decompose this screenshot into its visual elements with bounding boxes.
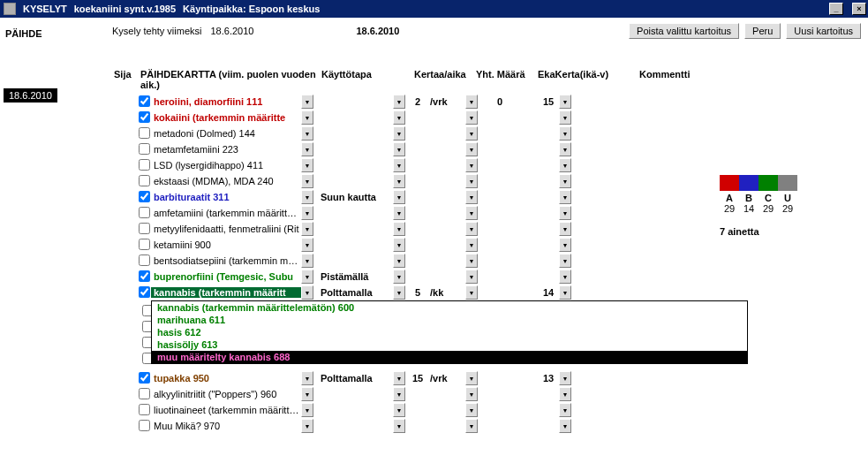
per-dropdown-icon[interactable]: ▼ [465,419,478,433]
dropdown-option[interactable]: marihuana 611 [152,314,747,326]
firsttime-dropdown-icon[interactable]: ▼ [559,190,571,204]
substance-name[interactable]: kokaiini (tarkemmin määritte [151,112,301,123]
firsttime-dropdown-icon[interactable]: ▼ [559,142,571,156]
dropdown-option[interactable]: hasisöljy 613 [152,338,747,351]
row-checkbox[interactable] [139,239,151,252]
substance-name[interactable]: heroiini, diamorfiini 111 [151,96,301,107]
per-dropdown-icon[interactable]: ▼ [465,126,478,141]
substance-name[interactable]: alkyylinitriitit ("Poppers") 960 [151,389,301,399]
usage-dropdown-icon[interactable]: ▼ [393,142,405,156]
per-dropdown-icon[interactable]: ▼ [465,285,478,300]
per-dropdown-icon[interactable]: ▼ [465,158,478,172]
row-checkbox[interactable] [139,270,151,284]
row-checkbox[interactable] [139,191,151,204]
new-mapping-button[interactable]: Uusi kartoitus [786,23,861,39]
row-checkbox[interactable] [139,404,151,417]
firsttime-dropdown-icon[interactable]: ▼ [559,419,571,433]
firsttime-dropdown-icon[interactable]: ▼ [559,126,571,141]
per-dropdown-icon[interactable]: ▼ [465,238,478,252]
firsttime-dropdown-icon[interactable]: ▼ [559,238,571,252]
minimize-button[interactable]: _ [829,3,843,15]
usage-dropdown-icon[interactable]: ▼ [393,419,405,433]
selected-date[interactable]: 18.6.2010 [4,88,57,103]
usage-dropdown-icon[interactable]: ▼ [393,95,405,109]
usage-dropdown-icon[interactable]: ▼ [393,254,405,268]
substance-dropdown-icon[interactable]: ▼ [301,403,313,417]
substance-name[interactable]: amfetamiini (tarkemmin määrittelem [151,208,301,218]
dropdown-option[interactable]: hasis 612 [152,326,747,338]
substance-name[interactable]: tupakka 950 [151,373,301,384]
substance-name[interactable]: metyylifenidaatti, fenmetraliini (Rit [151,224,301,234]
substance-dropdown-icon[interactable]: ▼ [301,174,313,188]
times-cell[interactable]: 15 [405,373,430,384]
firsttime-dropdown-icon[interactable]: ▼ [559,110,571,125]
usage-dropdown-icon[interactable]: ▼ [393,270,405,284]
close-button[interactable]: × [852,3,866,15]
per-dropdown-icon[interactable]: ▼ [465,403,478,417]
substance-name[interactable]: liuotinaineet (tarkemmin määrittele [151,405,301,415]
substance-dropdown-icon[interactable]: ▼ [301,222,313,236]
firsttime-cell[interactable]: 15 [522,96,559,107]
cancel-button[interactable]: Peru [744,23,781,39]
firsttime-dropdown-icon[interactable]: ▼ [559,387,571,401]
row-checkbox[interactable] [139,388,151,401]
usage-dropdown-icon[interactable]: ▼ [393,158,405,172]
substance-dropdown-icon[interactable]: ▼ [301,95,313,109]
substance-dropdown-icon[interactable]: ▼ [301,270,313,284]
firsttime-cell[interactable]: 13 [522,373,559,384]
row-checkbox[interactable] [139,372,151,385]
amount-cell[interactable]: 0 [478,96,522,107]
usage-dropdown-icon[interactable]: ▼ [393,110,405,125]
usage-dropdown-icon[interactable]: ▼ [393,126,405,141]
usage-dropdown-icon[interactable]: ▼ [393,403,405,417]
substance-name[interactable]: buprenorfiini (Temgesic, Subu [151,271,301,282]
firsttime-dropdown-icon[interactable]: ▼ [559,403,571,417]
firsttime-cell[interactable]: 14 [522,287,559,298]
per-dropdown-icon[interactable]: ▼ [465,142,478,156]
substance-dropdown-icon[interactable]: ▼ [301,254,313,268]
firsttime-dropdown-icon[interactable]: ▼ [559,158,571,172]
substance-name[interactable]: kannabis (tarkemmin määritt [151,287,301,298]
usage-dropdown-icon[interactable]: ▼ [393,222,405,236]
substance-dropdown-icon[interactable]: ▼ [301,158,313,172]
firsttime-dropdown-icon[interactable]: ▼ [559,254,571,268]
substance-dropdown-icon[interactable]: ▼ [301,142,313,156]
substance-name[interactable]: metamfetamiini 223 [151,144,301,155]
times-cell[interactable]: 2 [405,96,430,107]
firsttime-dropdown-icon[interactable]: ▼ [559,222,571,236]
per-dropdown-icon[interactable]: ▼ [465,222,478,236]
per-dropdown-icon[interactable]: ▼ [465,206,478,220]
firsttime-dropdown-icon[interactable]: ▼ [559,174,571,188]
substance-name[interactable]: ketamiini 900 [151,239,301,250]
row-checkbox[interactable] [139,286,151,300]
substance-name[interactable]: Muu Mikä? 970 [151,421,301,431]
firsttime-dropdown-icon[interactable]: ▼ [559,371,571,385]
substance-dropdown-icon[interactable]: ▼ [301,110,313,125]
times-cell[interactable]: 5 [405,287,430,298]
usage-dropdown-icon[interactable]: ▼ [393,206,405,220]
usage-dropdown-icon[interactable]: ▼ [393,285,405,300]
per-dropdown-icon[interactable]: ▼ [465,254,478,268]
substance-name[interactable]: barbituraatit 311 [151,192,301,202]
row-checkbox[interactable] [139,95,151,109]
dropdown-option[interactable]: kannabis (tarkemmin määrittelemätön) 600 [152,301,747,314]
usage-dropdown-icon[interactable]: ▼ [393,238,405,252]
row-checkbox[interactable] [139,223,151,236]
per-dropdown-icon[interactable]: ▼ [465,387,478,401]
substance-dropdown-icon[interactable]: ▼ [301,126,313,141]
substance-dropdown-icon[interactable]: ▼ [301,206,313,220]
dropdown-option[interactable]: muu määritelty kannabis 688 [152,351,747,363]
substance-name[interactable]: metadoni (Dolmed) 144 [151,128,301,139]
row-checkbox[interactable] [139,420,151,433]
substance-name[interactable]: ekstaasi (MDMA), MDA 240 [151,176,301,186]
firsttime-dropdown-icon[interactable]: ▼ [559,285,571,300]
row-checkbox[interactable] [139,143,151,156]
substance-name[interactable]: bentsodiatsepiini (tarkemmin määri [151,255,301,266]
delete-mapping-button[interactable]: Poista valittu kartoitus [629,23,739,39]
row-checkbox[interactable] [139,254,151,268]
usage-dropdown-icon[interactable]: ▼ [393,190,405,204]
row-checkbox[interactable] [139,175,151,188]
row-checkbox[interactable] [139,127,151,141]
substance-dropdown-icon[interactable]: ▼ [301,419,313,433]
per-dropdown-icon[interactable]: ▼ [465,110,478,125]
